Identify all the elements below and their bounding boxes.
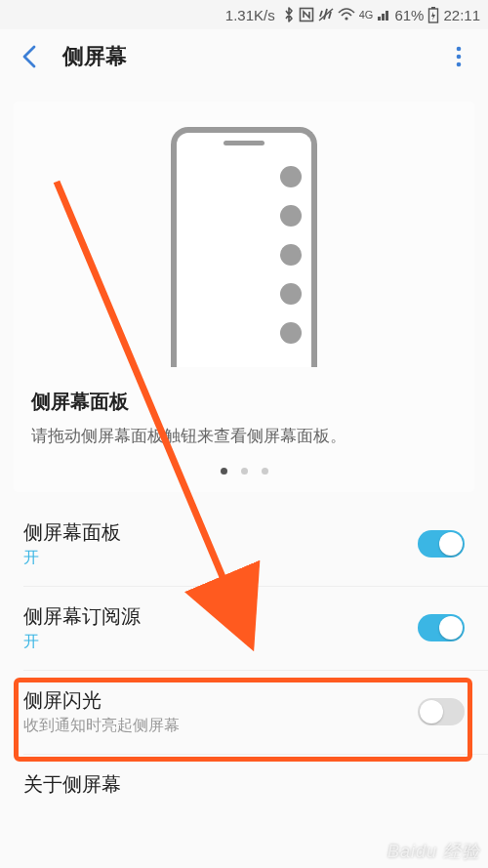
bluetooth-icon [283,7,295,22]
nfc-icon [299,7,314,22]
more-button[interactable] [441,39,476,74]
app-header: 侧屏幕 [0,29,488,84]
signal-bars-icon [377,8,390,21]
toggle-edge-feeds[interactable] [418,614,465,641]
row-title: 侧屏幕面板 [23,519,121,546]
edge-panel-dots [280,166,302,344]
watermark: Baidu 经验 [387,843,480,862]
svg-point-7 [457,62,462,67]
toggle-edge-panels[interactable] [418,530,465,558]
svg-point-2 [345,17,347,20]
preview-desc: 请拖动侧屏幕面板触钮来查看侧屏幕面板。 [31,425,457,448]
page-indicator [31,468,457,475]
phone-mockup [171,127,317,367]
net-speed: 1.31K/s [225,7,275,23]
svg-rect-4 [431,7,435,9]
back-button[interactable] [12,39,47,74]
row-title: 侧屏幕订阅源 [23,603,141,630]
page-dot[interactable] [221,468,227,475]
preview-title: 侧屏幕面板 [31,389,457,415]
signal-icon: 4G [359,9,374,21]
content: 侧屏幕面板 请拖动侧屏幕面板触钮来查看侧屏幕面板。 侧屏幕面板 开 侧屏幕订阅源… [0,102,488,815]
row-sub: 收到通知时亮起侧屏幕 [23,716,180,736]
row-edge-panels[interactable]: 侧屏幕面板 开 [0,502,488,586]
vibrate-icon [318,7,334,22]
page-dot[interactable] [262,468,268,475]
clock: 22:11 [443,7,480,23]
page-dot[interactable] [241,468,248,475]
row-edge-feeds[interactable]: 侧屏幕订阅源 开 [0,586,488,670]
svg-point-5 [457,47,462,52]
page-title: 侧屏幕 [62,42,127,71]
row-title: 关于侧屏幕 [23,771,121,798]
row-sub: 开 [23,548,121,568]
toggle-edge-lighting[interactable] [418,698,465,725]
svg-point-6 [457,55,462,60]
wifi-icon [338,8,355,21]
status-bar: 1.31K/s 4G 61% 22:11 [0,0,488,29]
settings-list: 侧屏幕面板 开 侧屏幕订阅源 开 侧屏闪光 收到通知时亮起侧屏幕 关于侧屏幕 [0,502,488,815]
battery-icon [427,6,439,23]
battery-pct: 61% [394,7,424,23]
row-sub: 开 [23,632,141,652]
row-title: 侧屏闪光 [23,687,180,714]
preview-card: 侧屏幕面板 请拖动侧屏幕面板触钮来查看侧屏幕面板。 [14,102,474,492]
row-about-edge[interactable]: 关于侧屏幕 [0,754,488,815]
row-edge-lighting[interactable]: 侧屏闪光 收到通知时亮起侧屏幕 [0,670,488,754]
